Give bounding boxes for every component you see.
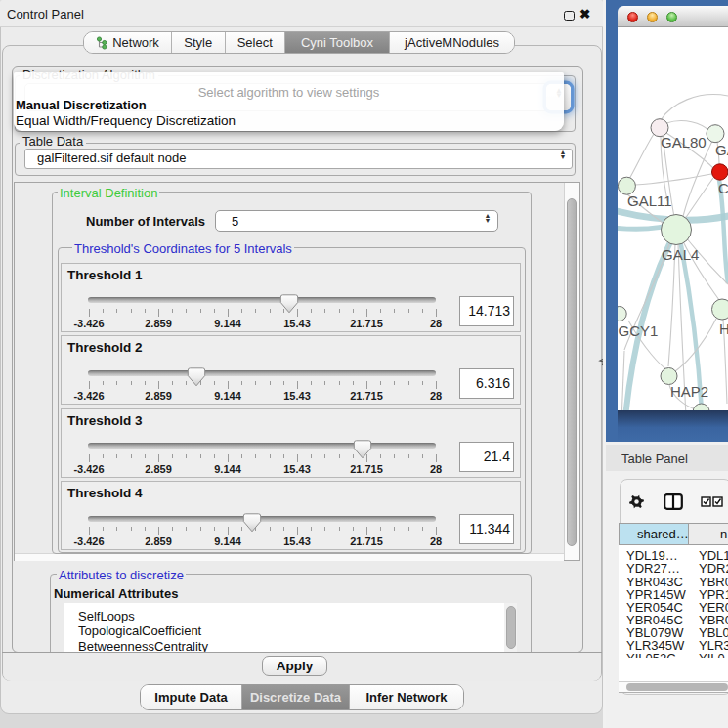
svg-text:GAL4: GAL4 <box>662 246 699 263</box>
svg-text:GCY1: GCY1 <box>619 322 659 339</box>
svg-text:C: C <box>718 180 728 196</box>
svg-text:H: H <box>719 321 728 337</box>
svg-text:HAP2: HAP2 <box>670 383 708 400</box>
svg-text:GAL80: GAL80 <box>661 134 707 150</box>
svg-text:GA: GA <box>715 142 728 158</box>
svg-text:GAL11: GAL11 <box>627 193 672 209</box>
